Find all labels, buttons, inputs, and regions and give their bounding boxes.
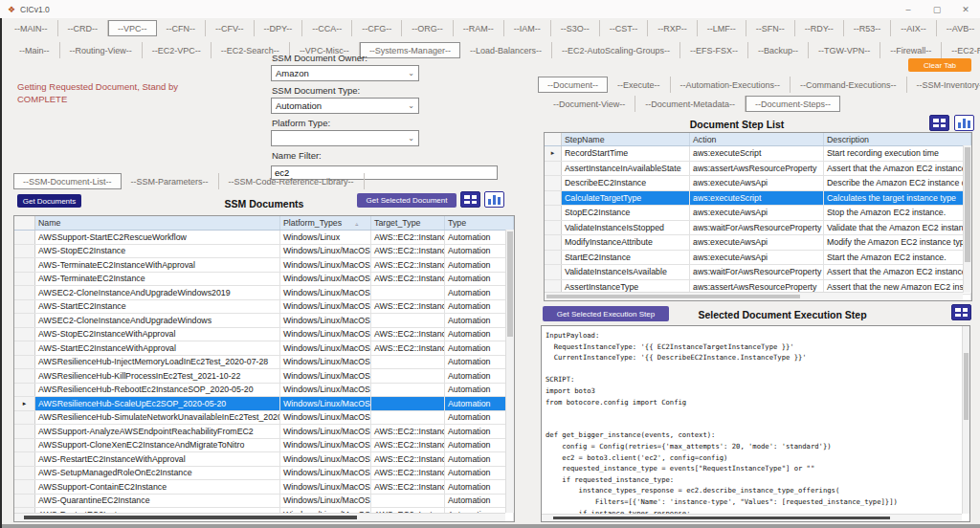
execution-step-code-area[interactable]: InputPayload: RequestInstanceType: '{{ E… bbox=[541, 325, 970, 522]
table-row[interactable]: AWSSupport-AnalyzeAWSEndpointReachabilit… bbox=[14, 425, 514, 439]
tab-execute[interactable]: --Execute-- bbox=[608, 77, 671, 93]
bar-chart-icon[interactable] bbox=[484, 191, 504, 208]
tab-cfv[interactable]: --CFV-- bbox=[206, 20, 255, 36]
tab-cca[interactable]: --CCA-- bbox=[302, 20, 352, 36]
row-selector[interactable] bbox=[14, 314, 35, 327]
table-row[interactable]: AWS-SetupManagedRoleOnEc2InstanceWindows… bbox=[14, 467, 514, 481]
doc-type-combobox[interactable]: Automation ⌄ bbox=[271, 98, 419, 114]
table-row[interactable]: StartEC2Instanceaws:executeAwsApiStart t… bbox=[545, 251, 971, 266]
row-selector[interactable] bbox=[545, 265, 562, 279]
tab-efs-fsx[interactable]: --EFS-FSX-- bbox=[680, 42, 748, 58]
tab-document[interactable]: --Document-- bbox=[538, 77, 608, 93]
tab-org[interactable]: --ORG-- bbox=[402, 20, 454, 36]
column-header-platform-types[interactable]: Platform_Types▵ bbox=[280, 216, 371, 230]
tab-firewall[interactable]: --Firewall-- bbox=[880, 42, 942, 58]
row-selector[interactable] bbox=[14, 356, 35, 369]
row-selector[interactable] bbox=[14, 286, 35, 299]
maximize-button[interactable]: ▢ bbox=[923, 0, 951, 18]
table-row[interactable]: ValidateInstanceIsAvailableaws:waitForAw… bbox=[545, 265, 971, 280]
documents-table-vertical-scrollbar[interactable] bbox=[505, 230, 514, 513]
table-row[interactable]: AWSEC2-CloneInstanceAndUpgradeWindowsWin… bbox=[14, 314, 514, 328]
column-header-description[interactable]: Description bbox=[824, 133, 971, 145]
tab-ec2-resource-tagging[interactable]: --EC2-Resource-Tagging-- bbox=[942, 42, 980, 58]
grid-view-icon[interactable] bbox=[929, 115, 949, 131]
tab-automation-executions[interactable]: --Automation-Executions-- bbox=[671, 77, 791, 93]
table-row[interactable]: AWS-StartEC2InstanceWithApprovalWindows/… bbox=[14, 341, 514, 356]
tab-main[interactable]: --Main-- bbox=[10, 42, 60, 58]
table-row[interactable]: AWSSupport-StartEC2RescueWorkflowWindows… bbox=[14, 231, 514, 245]
clear-tab-button[interactable]: Clear Tab bbox=[908, 58, 971, 72]
row-selector[interactable] bbox=[14, 467, 35, 480]
row-selector[interactable] bbox=[14, 480, 35, 494]
table-row[interactable]: AssertInstanceInAvailableStateaws:assert… bbox=[545, 162, 971, 177]
table-row[interactable]: AWSSupport-CloneXenEC2InstanceAndMigrate… bbox=[14, 439, 514, 453]
table-row[interactable]: AWSResilienceHub-KillProcessInEc2Test_20… bbox=[14, 369, 514, 384]
table-row[interactable]: AWS-StopEC2InstanceWindows/Linux/MacOSAW… bbox=[14, 245, 514, 259]
row-selector[interactable] bbox=[545, 162, 562, 176]
row-selector[interactable] bbox=[14, 411, 35, 425]
table-row[interactable]: ValidateInstanceIsStoppedaws:waitForAwsR… bbox=[545, 221, 971, 236]
table-row[interactable]: AWSEC2-PatchLoadBalancerInstanceWindows/… bbox=[14, 522, 514, 523]
tab-routing-view[interactable]: --Routing-View-- bbox=[60, 42, 143, 58]
row-selector[interactable] bbox=[545, 251, 562, 265]
bar-chart-icon[interactable] bbox=[954, 115, 974, 131]
row-selector[interactable] bbox=[545, 206, 562, 220]
row-selector[interactable] bbox=[14, 384, 35, 397]
tab-rxp[interactable]: --RXP-- bbox=[648, 20, 698, 36]
table-row[interactable]: ModifyInstanceAttributeaws:executeAwsApi… bbox=[545, 235, 971, 251]
row-selector[interactable] bbox=[14, 452, 35, 466]
tab-cst[interactable]: --CST-- bbox=[600, 20, 649, 36]
tab-ram[interactable]: --RAM-- bbox=[454, 20, 504, 36]
tab-crd[interactable]: --CRD-- bbox=[58, 20, 109, 36]
table-row[interactable]: AWS-StartEC2InstanceWindows/Linux/MacOSA… bbox=[14, 300, 514, 315]
column-header-type[interactable]: Type bbox=[445, 216, 514, 230]
tab-ssm-code-reference-library[interactable]: --SSM-Code-Reference-Library-- bbox=[219, 173, 365, 189]
minimize-button[interactable]: – bbox=[894, 0, 923, 18]
row-selector[interactable] bbox=[14, 341, 35, 355]
row-selector[interactable]: ▸ bbox=[14, 397, 35, 410]
scrollbar-thumb[interactable] bbox=[546, 295, 800, 298]
row-selector[interactable] bbox=[14, 258, 35, 272]
table-row[interactable]: ▸RecordStartTimeaws:executeScriptStart r… bbox=[545, 146, 971, 162]
tab-cfg[interactable]: --CFG-- bbox=[352, 20, 402, 36]
tab-aix[interactable]: --AIX-- bbox=[891, 20, 937, 36]
tab-ssm-inventory[interactable]: --SSM-Inventory-- bbox=[907, 77, 980, 93]
row-selector[interactable] bbox=[14, 439, 35, 452]
table-row[interactable]: AWSResilienceHub-SimulateNetworkUnavaila… bbox=[14, 411, 514, 426]
column-header-target-type[interactable]: Target_Type bbox=[371, 216, 445, 230]
row-selector[interactable] bbox=[545, 191, 562, 206]
tab-rdy[interactable]: --RDY-- bbox=[795, 20, 844, 36]
tab-cfn[interactable]: --CFN-- bbox=[157, 20, 207, 36]
table-row[interactable]: AWS-QuarantineEC2InstanceWindows/Linux/M… bbox=[14, 495, 514, 509]
step-table-horizontal-scrollbar[interactable] bbox=[545, 292, 963, 300]
get-selected-document-button[interactable]: Get Selected Document bbox=[357, 193, 457, 208]
tab-dpy[interactable]: --DPY-- bbox=[255, 20, 303, 36]
scrollbar-thumb[interactable] bbox=[964, 353, 969, 420]
tab-avb[interactable]: --AVB-- bbox=[937, 20, 980, 36]
table-row[interactable]: AWS-RestartEC2InstanceWithApprovalWindow… bbox=[14, 452, 514, 467]
tab-document-metadata[interactable]: --Document-Metadata-- bbox=[635, 96, 746, 112]
row-selector[interactable] bbox=[14, 425, 35, 438]
tab-command-executions[interactable]: --Command-Executions-- bbox=[791, 77, 907, 93]
scrollbar-thumb[interactable] bbox=[965, 147, 970, 262]
tab-ssm-document-list[interactable]: --SSM-Document-List-- bbox=[13, 173, 122, 189]
step-table-vertical-scrollbar[interactable] bbox=[963, 145, 971, 293]
tab-vpc[interactable]: --VPC-- bbox=[108, 20, 157, 36]
owner-combobox[interactable]: Amazon ⌄ bbox=[271, 65, 419, 81]
tab-sfn[interactable]: --SFN-- bbox=[746, 20, 795, 36]
tab-s3o[interactable]: --S3O-- bbox=[551, 20, 600, 36]
row-selector[interactable] bbox=[545, 176, 562, 190]
tab-tgw-vpn[interactable]: --TGW-VPN-- bbox=[809, 42, 880, 58]
tab-document-steps[interactable]: --Document-Steps-- bbox=[746, 96, 840, 112]
scrollbar-thumb[interactable] bbox=[24, 516, 357, 519]
row-selector[interactable] bbox=[14, 369, 35, 383]
table-row[interactable]: AWSResilienceHub-RebootEc2InstanceSOP_20… bbox=[14, 384, 514, 398]
row-selector[interactable] bbox=[14, 231, 35, 244]
column-header-name[interactable]: Name bbox=[35, 216, 280, 230]
table-row[interactable]: DescribeEC2Instanceaws:executeAwsApiDesc… bbox=[545, 176, 971, 191]
column-header-action[interactable]: Action bbox=[690, 133, 824, 145]
row-selector[interactable] bbox=[14, 328, 35, 341]
table-row[interactable]: AWSSupport-ContainEC2InstanceWindows/Lin… bbox=[14, 480, 514, 495]
column-header-stepname[interactable]: StepName bbox=[562, 133, 690, 145]
tab-ec2-vpc[interactable]: --EC2-VPC-- bbox=[143, 42, 212, 58]
